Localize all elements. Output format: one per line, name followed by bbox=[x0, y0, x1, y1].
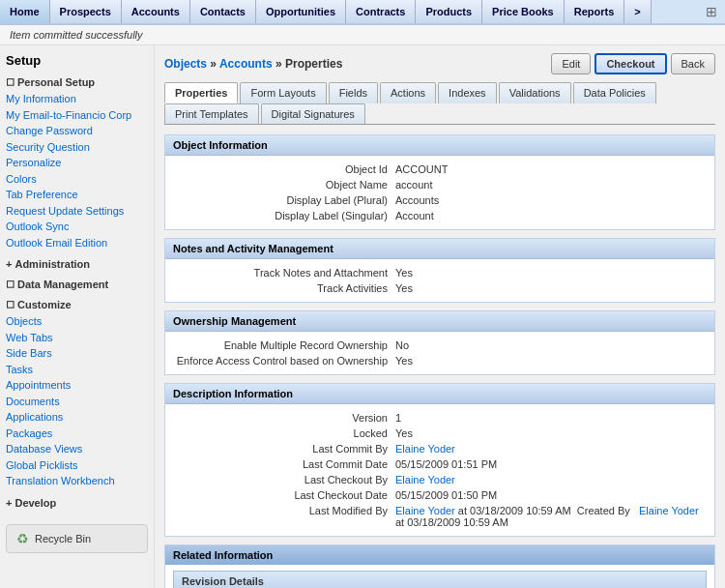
nav-tab-accounts[interactable]: Accounts bbox=[122, 0, 190, 23]
header-buttons: Edit Checkout Back bbox=[551, 53, 715, 74]
nav-tab-contracts[interactable]: Contracts bbox=[346, 0, 416, 23]
sidebar-section-customize-title[interactable]: ◻ Customize bbox=[6, 298, 148, 310]
tab-print-templates[interactable]: Print Templates bbox=[164, 103, 259, 124]
nav-tab-more[interactable]: > bbox=[624, 0, 651, 23]
nav-tab-products[interactable]: Products bbox=[416, 0, 482, 23]
tab-properties[interactable]: Properties bbox=[164, 82, 238, 103]
sidebar-link-changepassword[interactable]: Change Password bbox=[6, 123, 148, 139]
sidebar-link-securityquestion[interactable]: Security Question bbox=[6, 139, 148, 156]
checkout-button[interactable]: Checkout bbox=[594, 53, 666, 74]
grid-icon[interactable]: ⊞ bbox=[698, 4, 725, 19]
notes-activity-section: Notes and Activity Management Track Note… bbox=[164, 238, 715, 303]
content-header: Objects » Accounts » Properties Edit Che… bbox=[164, 53, 715, 74]
nav-tab-contacts[interactable]: Contacts bbox=[190, 0, 256, 23]
sidebar-link-tasks[interactable]: Tasks bbox=[6, 362, 148, 378]
field-track-notes: Track Notes and Attachment Yes bbox=[173, 265, 707, 280]
breadcrumb: Objects » Accounts » Properties bbox=[164, 57, 342, 71]
tab-fields[interactable]: Fields bbox=[329, 82, 378, 103]
field-last-commit-date: Last Commit Date 05/15/2009 01:51 PM bbox=[173, 456, 707, 472]
sidebar-link-webtabs[interactable]: Web Tabs bbox=[6, 330, 148, 346]
sidebar-link-tabpref[interactable]: Tab Preference bbox=[6, 187, 148, 203]
sidebar-section-admin: + Administration bbox=[6, 258, 148, 270]
tab-data-policies[interactable]: Data Policies bbox=[573, 82, 656, 103]
sidebar-section-develop: + Develop bbox=[6, 497, 148, 509]
sidebar-link-translation[interactable]: Translation Workbench bbox=[6, 473, 148, 489]
sidebar-link-objects[interactable]: Objects bbox=[6, 313, 148, 330]
nav-tab-opportunities[interactable]: Opportunities bbox=[256, 0, 346, 23]
breadcrumb-objects[interactable]: Objects bbox=[164, 57, 207, 71]
tab-indexes[interactable]: Indexes bbox=[438, 82, 497, 103]
sidebar-link-dbviews[interactable]: Database Views bbox=[6, 441, 148, 457]
expander-icon-data: ◻ bbox=[6, 278, 14, 290]
field-last-checkout-by: Last Checkout By Elaine Yoder bbox=[173, 472, 707, 487]
sidebar-link-documents[interactable]: Documents bbox=[6, 394, 148, 410]
main-layout: Setup ◻ Personal Setup My Information My… bbox=[0, 45, 725, 588]
sidebar-link-packages[interactable]: Packages bbox=[6, 426, 148, 442]
related-info-content: Revision Details Revision Action Author … bbox=[165, 565, 714, 588]
tab-digital-signatures[interactable]: Digital Signatures bbox=[261, 103, 365, 124]
link-last-commit-by[interactable]: Elaine Yoder bbox=[395, 443, 455, 455]
tab-actions[interactable]: Actions bbox=[380, 82, 436, 103]
sidebar-link-requestupdate[interactable]: Request Update Settings bbox=[6, 203, 148, 220]
revision-details-header: Revision Details bbox=[174, 572, 706, 588]
success-message: Item committed successfully bbox=[0, 25, 725, 45]
description-header: Description Information bbox=[165, 384, 714, 404]
sidebar-link-applications[interactable]: Applications bbox=[6, 409, 148, 426]
link-last-modified-elaine[interactable]: Elaine Yoder bbox=[395, 505, 455, 516]
notes-activity-header: Notes and Activity Management bbox=[165, 239, 714, 259]
sidebar-link-myinfo[interactable]: My Information bbox=[6, 91, 148, 107]
sidebar: Setup ◻ Personal Setup My Information My… bbox=[0, 45, 155, 588]
field-object-id: Object Id ACCOUNT bbox=[173, 162, 707, 177]
back-button[interactable]: Back bbox=[671, 53, 715, 74]
edit-button[interactable]: Edit bbox=[551, 53, 591, 74]
sidebar-link-colors[interactable]: Colors bbox=[6, 171, 148, 188]
revision-details-box: Revision Details Revision Action Author … bbox=[173, 571, 707, 588]
nav-tab-reports[interactable]: Reports bbox=[565, 0, 625, 23]
content-area: Objects » Accounts » Properties Edit Che… bbox=[155, 45, 725, 588]
field-display-plural: Display Label (Plural) Accounts bbox=[173, 192, 707, 208]
sidebar-section-datamanagement-title[interactable]: ◻ Data Management bbox=[6, 278, 148, 290]
sidebar-section-datamanagement: ◻ Data Management bbox=[6, 278, 148, 290]
field-last-commit-by: Last Commit By Elaine Yoder bbox=[173, 441, 707, 456]
sidebar-link-appointments[interactable]: Appointments bbox=[6, 377, 148, 394]
description-content: Version 1 Locked Yes Last Commit By Elai… bbox=[165, 404, 714, 536]
nav-tab-prospects[interactable]: Prospects bbox=[50, 0, 122, 23]
nav-tab-pricebooks[interactable]: Price Books bbox=[482, 0, 565, 23]
field-last-modified-by: Last Modified By Elaine Yoder at 03/18/2… bbox=[173, 503, 707, 530]
sidebar-section-personal-title[interactable]: ◻ Personal Setup bbox=[6, 75, 148, 88]
link-last-checkout-by[interactable]: Elaine Yoder bbox=[395, 474, 455, 485]
recycle-bin-label: Recycle Bin bbox=[35, 533, 91, 544]
tab-validations[interactable]: Validations bbox=[499, 82, 571, 103]
expander-icon-customize: ◻ bbox=[6, 298, 14, 310]
related-info-header: Related Information bbox=[165, 545, 714, 565]
link-created-by-elaine[interactable]: Elaine Yoder bbox=[639, 505, 699, 516]
ownership-section: Ownership Management Enable Multiple Rec… bbox=[164, 310, 715, 375]
recycle-icon: ♻ bbox=[16, 531, 29, 546]
field-enforce-access: Enforce Access Control based on Ownershi… bbox=[173, 353, 707, 368]
ownership-header: Ownership Management bbox=[165, 311, 714, 332]
sidebar-link-outlooksync[interactable]: Outlook Sync bbox=[6, 219, 148, 235]
expander-icon: ◻ bbox=[6, 75, 14, 88]
object-info-section: Object Information Object Id ACCOUNT Obj… bbox=[164, 134, 715, 230]
object-info-header: Object Information bbox=[165, 135, 714, 156]
sidebar-link-outlookemail[interactable]: Outlook Email Edition bbox=[6, 235, 148, 251]
breadcrumb-accounts[interactable]: Accounts bbox=[219, 57, 273, 71]
sidebar-title: Setup bbox=[6, 53, 148, 68]
sidebar-link-myemail[interactable]: My Email-to-Financio Corp bbox=[6, 107, 148, 124]
recycle-bin[interactable]: ♻ Recycle Bin bbox=[6, 524, 148, 553]
field-locked: Locked Yes bbox=[173, 426, 707, 441]
sidebar-section-admin-title[interactable]: + Administration bbox=[6, 258, 148, 270]
sidebar-section-personal: ◻ Personal Setup My Information My Email… bbox=[6, 75, 148, 250]
content-tabs: Properties Form Layouts Fields Actions I… bbox=[164, 82, 715, 125]
tab-form-layouts[interactable]: Form Layouts bbox=[240, 82, 326, 103]
sidebar-link-personalize[interactable]: Personalize bbox=[6, 155, 148, 171]
sidebar-section-develop-title[interactable]: + Develop bbox=[6, 497, 148, 509]
expander-icon-admin: + bbox=[6, 258, 12, 270]
nav-tab-home[interactable]: Home bbox=[0, 0, 50, 23]
ownership-content: Enable Multiple Record Ownership No Enfo… bbox=[165, 332, 714, 374]
sidebar-link-picklists[interactable]: Global Picklists bbox=[6, 457, 148, 474]
field-multiple-record: Enable Multiple Record Ownership No bbox=[173, 338, 707, 353]
top-navigation: Home Prospects Accounts Contacts Opportu… bbox=[0, 0, 725, 25]
sidebar-section-customize: ◻ Customize Objects Web Tabs Side Bars T… bbox=[6, 298, 148, 489]
sidebar-link-sidebars[interactable]: Side Bars bbox=[6, 345, 148, 362]
